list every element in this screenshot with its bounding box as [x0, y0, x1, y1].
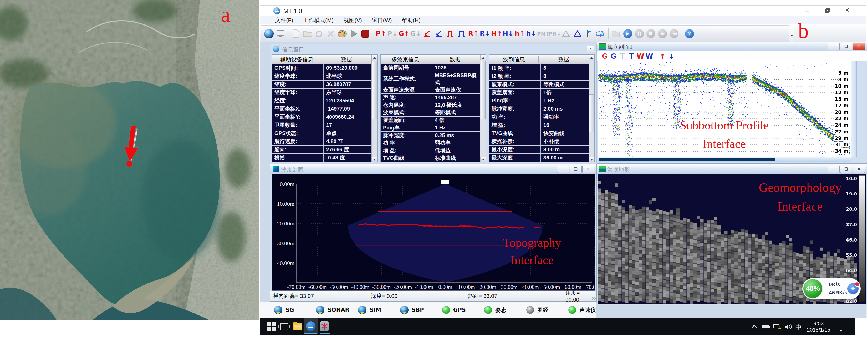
scroll-down-button[interactable] — [372, 156, 377, 162]
menu-item-1[interactable]: 工作模式(M) — [299, 17, 338, 24]
help-icon[interactable]: ? — [684, 28, 695, 39]
subbottom-minimize-button[interactable] — [828, 43, 840, 50]
angle-red-icon[interactable] — [422, 28, 433, 39]
toolbar-button-G↓[interactable]: G↓ — [410, 30, 422, 37]
menu-item-3[interactable]: 窗口(W) — [368, 17, 396, 24]
scroll-thumb[interactable] — [372, 61, 377, 119]
file-explorer-button[interactable] — [293, 323, 302, 330]
scroll-thumb[interactable] — [589, 94, 594, 132]
menu-item-2[interactable]: 视图(V) — [339, 17, 366, 24]
table-scrollbar[interactable] — [371, 55, 377, 162]
scale-label: 46.0 — [841, 237, 857, 242]
battery-icon[interactable] — [761, 324, 771, 329]
flag-icon[interactable] — [583, 28, 595, 39]
subtool-0[interactable]: G — [600, 52, 609, 60]
geo-minimize-button[interactable] — [828, 166, 840, 173]
geo-close-button[interactable] — [853, 166, 865, 173]
subtool-4[interactable]: W — [636, 52, 645, 60]
box-icon[interactable] — [610, 28, 622, 39]
toolbar-button-R↓[interactable]: R↓ — [479, 30, 491, 37]
scroll-down-button[interactable] — [589, 156, 594, 162]
subtool-5[interactable]: W — [645, 52, 654, 60]
subtool-8[interactable]: ↓ — [667, 52, 676, 60]
row-label: 仓内温度: — [381, 101, 432, 109]
network-icon[interactable] — [773, 324, 782, 330]
speaker-icon[interactable] — [784, 324, 793, 330]
task-view-button[interactable] — [280, 323, 288, 330]
angle-blue-icon[interactable] — [433, 28, 444, 39]
row-value: 12,0 摄氏度 — [432, 102, 480, 109]
crew-icon[interactable]: ◀◀ — [668, 28, 680, 39]
window-close-button[interactable] — [840, 7, 855, 15]
notification-dot — [855, 282, 860, 287]
beam-titlebar: 波束剖面 — [271, 165, 596, 174]
subtool-7[interactable]: ↑ — [658, 52, 667, 60]
menu-item-0[interactable]: 文件(F) — [271, 17, 297, 24]
table-scrollbar[interactable] — [589, 55, 594, 162]
row-value: 表面声速仪 — [432, 86, 480, 93]
column-header: 数据 — [538, 56, 589, 63]
toolbar-button-G↑[interactable]: G↑ — [398, 30, 410, 37]
subbottom-close-button[interactable] — [853, 43, 865, 50]
scroll-up-button[interactable] — [480, 55, 486, 60]
download-speed-widget[interactable]: 40% ↑ 0K/s ↓ 46.9K/s + — [802, 278, 861, 299]
beam-close-button[interactable] — [582, 166, 594, 173]
subtool-3[interactable]: T — [627, 52, 636, 60]
device-GPS: GPS — [442, 305, 466, 315]
subbottom-restore-button[interactable] — [840, 43, 852, 50]
cplay-icon[interactable]: ▶ — [622, 28, 633, 39]
scroll-up-button[interactable] — [372, 55, 377, 60]
cff-icon[interactable]: ▶▶ — [657, 28, 668, 39]
toolbar-button-R↑[interactable]: R↑ — [468, 30, 479, 37]
tools-icon[interactable] — [325, 28, 337, 39]
pulse-blue-icon[interactable] — [456, 28, 468, 39]
tri-gray-icon[interactable] — [560, 28, 572, 39]
toolbar-button-P↑[interactable]: P↑ — [375, 30, 387, 37]
scroll-thumb[interactable] — [480, 61, 486, 119]
toolbar-button-PN↑[interactable]: PN↑ — [537, 31, 549, 37]
toolbar-button-PN↓[interactable]: PN↓ — [549, 31, 560, 37]
toolbar-button-H↓[interactable]: H↓ — [502, 30, 514, 37]
cpause-icon[interactable] — [633, 28, 645, 39]
hidden-icons-chevron[interactable] — [751, 325, 757, 330]
toolbar-button-h↓[interactable]: h↓ — [525, 30, 537, 37]
stop-icon[interactable] — [360, 28, 371, 39]
pulse-red-icon[interactable] — [444, 28, 456, 39]
mt-app-taskbar-icon[interactable] — [306, 321, 315, 331]
globe-blue-icon[interactable] — [263, 28, 275, 39]
second-app-taskbar-icon[interactable] — [320, 321, 329, 331]
play-icon[interactable] — [348, 28, 360, 39]
toolbar-button-h↑[interactable]: h↑ — [514, 30, 525, 37]
doc-icon[interactable] — [290, 28, 302, 39]
subbottom-horizontal-scrollbar[interactable] — [598, 157, 851, 162]
scroll-down-button[interactable] — [480, 156, 486, 162]
start-button[interactable] — [267, 322, 276, 331]
toolbar-button-H↑[interactable]: H↑ — [491, 30, 502, 37]
info-window-close-button[interactable] — [587, 46, 594, 52]
window-restore-button[interactable] — [819, 7, 834, 15]
table-scrollbar[interactable] — [480, 55, 486, 162]
subbottom-vertical-scrollbar[interactable] — [851, 61, 857, 157]
tri-blue-icon[interactable] — [572, 28, 583, 39]
taskbar-clock[interactable]: 9:53 2018/1/15 — [803, 320, 834, 333]
palette-icon[interactable] — [337, 28, 348, 39]
resize-grip[interactable] — [592, 296, 596, 300]
svg-text:-70.00m: -70.00m — [287, 284, 306, 290]
cstop-icon[interactable] — [645, 28, 657, 39]
beam-restore-button[interactable] — [570, 166, 582, 173]
window-minimize-button[interactable] — [799, 7, 814, 15]
action-center-button[interactable] — [838, 323, 846, 330]
menu-item-4[interactable]: 帮助(H) — [398, 17, 425, 24]
beam-minimize-button[interactable] — [557, 166, 569, 173]
subtool-2[interactable]: T — [618, 52, 627, 60]
refresh-icon[interactable] — [313, 28, 325, 39]
ime-indicator[interactable]: 中 — [796, 323, 802, 331]
cloud-icon[interactable] — [595, 28, 607, 39]
folder-icon[interactable] — [302, 28, 313, 39]
progress-ball[interactable]: 40% — [803, 279, 823, 299]
subtool-1[interactable]: G — [609, 52, 618, 60]
toolbar-button-P↓[interactable]: P↓ — [387, 30, 398, 37]
monitor-icon[interactable] — [275, 28, 286, 39]
geo-restore-button[interactable] — [840, 166, 852, 173]
scroll-up-button[interactable] — [589, 55, 594, 60]
